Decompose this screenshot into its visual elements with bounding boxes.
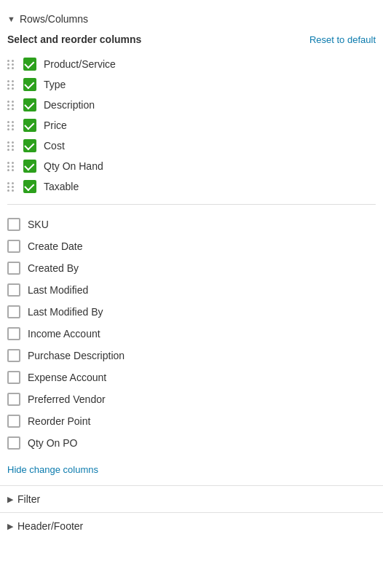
checked-columns-list: Product/Service Type: [7, 54, 376, 197]
list-item[interactable]: Expense Account: [7, 366, 376, 388]
unchecked-columns-list: SKU Create Date Created By Last Modified…: [7, 213, 376, 454]
drag-dots: [7, 162, 15, 171]
hide-change-columns-link[interactable]: Hide change columns: [7, 464, 98, 475]
drag-handle: [7, 80, 17, 90]
item-label: Expense Account: [28, 372, 106, 383]
list-item[interactable]: Purchase Description: [7, 345, 376, 366]
item-label: Purchase Description: [28, 350, 125, 361]
checkbox-unchecked[interactable]: [7, 262, 20, 275]
checkbox-checked[interactable]: [23, 180, 36, 193]
rows-columns-arrow: ▼: [7, 15, 15, 23]
filter-section-header[interactable]: ▶ Filter: [0, 485, 383, 512]
item-label: Cost: [44, 140, 65, 152]
list-item[interactable]: Preferred Vendor: [7, 388, 376, 410]
checkbox-unchecked[interactable]: [7, 327, 20, 340]
list-item[interactable]: Created By: [7, 257, 376, 279]
drag-dots: [7, 60, 15, 69]
header-footer-arrow-icon: ▶: [7, 522, 13, 531]
item-label: Taxable: [44, 181, 79, 192]
list-item[interactable]: Last Modified By: [7, 301, 376, 323]
list-item[interactable]: SKU: [7, 213, 376, 235]
list-item[interactable]: Last Modified: [7, 279, 376, 301]
checkbox-checked[interactable]: [23, 58, 36, 71]
list-item[interactable]: Description: [7, 95, 376, 115]
drag-dots: [7, 141, 15, 151]
rows-columns-label: Rows/Columns: [20, 13, 88, 25]
list-item[interactable]: Income Account: [7, 323, 376, 345]
rows-columns-header[interactable]: ▼ Rows/Columns: [0, 7, 383, 31]
checkbox-checked[interactable]: [23, 139, 36, 152]
item-label: Created By: [28, 262, 79, 274]
item-label: Preferred Vendor: [28, 393, 106, 405]
divider: [7, 204, 376, 205]
item-label: Last Modified: [28, 284, 88, 296]
header-footer-section-header[interactable]: ▶ Header/Footer: [0, 512, 383, 539]
item-label: Qty On Hand: [44, 160, 103, 172]
checkbox-checked[interactable]: [23, 160, 36, 173]
item-label: Price: [44, 119, 67, 131]
checkbox-unchecked[interactable]: [7, 371, 20, 384]
columns-title: Select and reorder columns: [7, 34, 141, 45]
checkbox-unchecked[interactable]: [7, 218, 20, 231]
list-item[interactable]: Qty On PO: [7, 432, 376, 454]
item-label: Create Date: [28, 240, 82, 252]
header-footer-label: Header/Footer: [17, 520, 83, 532]
list-item[interactable]: Qty On Hand: [7, 156, 376, 176]
reset-to-default-link[interactable]: Reset to default: [309, 34, 376, 45]
rows-columns-body: Select and reorder columns Reset to defa…: [0, 34, 383, 485]
filter-arrow-icon: ▶: [7, 495, 13, 504]
drag-dots: [7, 121, 15, 130]
item-label: Description: [44, 99, 95, 111]
item-label: Income Account: [28, 328, 100, 340]
drag-dots: [7, 101, 15, 110]
checkbox-unchecked[interactable]: [7, 436, 20, 450]
list-item[interactable]: Create Date: [7, 235, 376, 257]
checkbox-checked[interactable]: [23, 119, 36, 132]
item-label: Reorder Point: [28, 415, 90, 427]
checkbox-unchecked[interactable]: [7, 415, 20, 428]
checkbox-checked[interactable]: [23, 98, 36, 111]
drag-handle: [7, 60, 17, 69]
item-label: Last Modified By: [28, 306, 103, 318]
checkbox-checked[interactable]: [23, 78, 36, 91]
checkbox-unchecked[interactable]: [7, 349, 20, 362]
item-label: Type: [44, 79, 66, 90]
drag-handle: [7, 141, 17, 151]
drag-handle: [7, 182, 17, 192]
list-item[interactable]: Taxable: [7, 176, 376, 197]
checkbox-unchecked[interactable]: [7, 393, 20, 406]
filter-label: Filter: [17, 493, 40, 505]
drag-handle: [7, 101, 17, 110]
checkbox-unchecked[interactable]: [7, 240, 20, 253]
drag-dots: [7, 80, 15, 90]
item-label: Product/Service: [44, 58, 116, 70]
drag-handle: [7, 121, 17, 130]
panel: ▼ Rows/Columns Select and reorder column…: [0, 0, 383, 546]
list-item[interactable]: Product/Service: [7, 54, 376, 74]
checkbox-unchecked[interactable]: [7, 305, 20, 318]
list-item[interactable]: Reorder Point: [7, 410, 376, 432]
drag-handle: [7, 162, 17, 171]
item-label: Qty On PO: [28, 437, 77, 449]
list-item[interactable]: Price: [7, 115, 376, 136]
item-label: SKU: [28, 219, 49, 230]
checkbox-unchecked[interactable]: [7, 283, 20, 297]
list-item[interactable]: Type: [7, 74, 376, 95]
columns-header-row: Select and reorder columns Reset to defa…: [7, 34, 376, 45]
drag-dots: [7, 182, 15, 192]
list-item[interactable]: Cost: [7, 136, 376, 156]
